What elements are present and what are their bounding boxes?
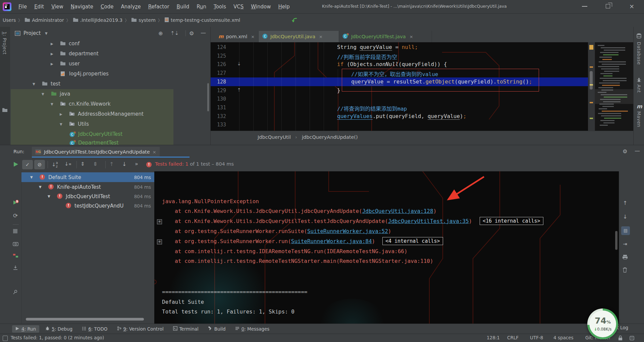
error-stripe-mark[interactable] bbox=[590, 102, 593, 103]
menu-file[interactable]: File bbox=[15, 4, 31, 10]
import-test-results-icon[interactable] bbox=[13, 265, 18, 272]
status-popup-icon[interactable] bbox=[3, 336, 8, 341]
next-failed-icon[interactable]: ↓ bbox=[122, 161, 126, 167]
tool-button-project[interactable]: 1: Project bbox=[2, 32, 7, 55]
editor-error-stripe[interactable] bbox=[588, 42, 595, 131]
menu-build[interactable]: Build bbox=[173, 4, 193, 10]
error-stripe-mark[interactable] bbox=[590, 118, 593, 119]
menu-code[interactable]: Code bbox=[97, 4, 117, 10]
tree-expanded-arrow-icon[interactable]: ▼ bbox=[42, 92, 44, 96]
menu-tools[interactable]: Tools bbox=[210, 4, 230, 10]
error-stripe-mark[interactable] bbox=[589, 45, 593, 50]
project-tree-item-log4j.properties[interactable]: log4j.properties bbox=[10, 69, 210, 78]
collapse-all-icon[interactable]: ⇡⇣ bbox=[170, 30, 179, 36]
tree-expanded-arrow-icon[interactable]: ▼ bbox=[48, 194, 50, 198]
project-tree-item-java[interactable]: ▼java bbox=[10, 90, 210, 98]
menu-analyze[interactable]: Analyze bbox=[117, 4, 145, 10]
console-view-toggle[interactable]: ▤ bbox=[621, 226, 630, 235]
run-tab[interactable]: NG JdbcQueryUtilTest.testJdbcQueryAndUpd… bbox=[32, 147, 160, 157]
breadcrumb-item[interactable]: temp-testng-customsuite.xml bbox=[164, 17, 240, 23]
project-tree-item-department[interactable]: ▶department bbox=[10, 49, 210, 58]
sort-by-duration-icon[interactable]: ↓≡ bbox=[64, 161, 71, 167]
printer-icon[interactable] bbox=[622, 254, 628, 261]
tree-collapsed-arrow-icon[interactable]: ▶ bbox=[51, 52, 53, 56]
gear-icon[interactable]: ⚙ bbox=[189, 30, 194, 37]
menu-navigate[interactable]: Navigate bbox=[67, 4, 97, 10]
sort-alphabetically-icon[interactable]: ↓az bbox=[52, 161, 58, 168]
tree-collapsed-arrow-icon[interactable]: ▶ bbox=[51, 42, 53, 46]
test-tree-item-default suite[interactable]: ▼!Default Suite804 ms bbox=[21, 172, 154, 182]
menu-window[interactable]: Window bbox=[247, 4, 274, 10]
editor-tab-JdbcQueryUtilTest-java[interactable]: CJdbcQueryUtilTest.java× bbox=[339, 31, 432, 42]
project-tree-item-cn.knife.wework[interactable]: ▼cn.Knife.Wework bbox=[10, 100, 210, 108]
code-editor[interactable]: 124String queryValue = null;125//判断当前字段是… bbox=[211, 42, 588, 131]
status-indent-size[interactable]: 4 spaces bbox=[553, 335, 574, 340]
ide-indicator-icon[interactable] bbox=[629, 335, 635, 342]
tree-expanded-arrow-icon[interactable]: ▼ bbox=[30, 175, 33, 179]
chevron-down-icon[interactable]: ▼ bbox=[45, 32, 48, 35]
tool-window-button-terminal[interactable]: Terminal bbox=[170, 325, 202, 333]
tool-button-ant[interactable]: Ant bbox=[636, 84, 642, 93]
close-icon[interactable]: × bbox=[410, 34, 413, 39]
menu-view[interactable]: View bbox=[48, 4, 67, 10]
editor-tab-JdbcQueryUtil-java[interactable]: CJdbcQueryUtil.java× bbox=[259, 31, 339, 42]
rerun-icon[interactable] bbox=[13, 161, 19, 169]
more-actions-icon[interactable]: » bbox=[135, 161, 138, 167]
show-ignored-toggle[interactable]: ⊘ bbox=[34, 160, 45, 169]
scroll-up-icon[interactable]: ↑ bbox=[623, 200, 627, 206]
tree-expanded-arrow-icon[interactable]: ▼ bbox=[60, 122, 62, 126]
minimap[interactable] bbox=[595, 42, 634, 131]
tree-expanded-arrow-icon[interactable]: ▼ bbox=[39, 185, 42, 189]
menu-help[interactable]: Help bbox=[274, 4, 293, 10]
project-tree-item-jdbcqueryutiltest[interactable]: CJdbcQueryUtilTest bbox=[10, 130, 210, 138]
breadcrumb-item[interactable]: Administrator bbox=[24, 17, 64, 23]
collapse-all-icon[interactable]: ⇳ bbox=[93, 161, 98, 167]
status-encoding[interactable]: UTF-8 bbox=[530, 335, 543, 340]
menu-vcs[interactable]: VCS bbox=[230, 4, 247, 10]
tool-window-button-0-messages[interactable]: 0: Messages bbox=[232, 325, 273, 333]
close-icon[interactable]: × bbox=[251, 34, 255, 39]
lock-icon[interactable] bbox=[618, 335, 623, 342]
show-passed-toggle[interactable]: ✓ bbox=[22, 160, 33, 169]
maven-icon[interactable]: m bbox=[637, 103, 642, 110]
tree-collapsed-arrow-icon[interactable]: ▶ bbox=[51, 62, 53, 66]
test-tree-item-jdbcqueryutiltest[interactable]: ▼!JdbcQueryUtilTest804 ms bbox=[21, 191, 154, 201]
tree-horizontal-scrollbar[interactable] bbox=[26, 318, 144, 321]
tree-expanded-arrow-icon[interactable]: ▼ bbox=[33, 82, 35, 86]
breadcrumb-method[interactable]: jdbcQueryAndUpdate() bbox=[302, 134, 358, 140]
previous-failed-icon[interactable]: ↑ bbox=[109, 161, 114, 167]
breadcrumb-item[interactable]: .IntelliJIdea2019.3 bbox=[73, 17, 123, 23]
scroll-down-icon[interactable]: ↓ bbox=[623, 214, 627, 220]
tree-collapsed-arrow-icon[interactable]: ▶ bbox=[60, 112, 62, 116]
gear-icon[interactable]: ⚙ bbox=[623, 148, 627, 155]
test-tree-item-testjdbcqueryandu[interactable]: !testJdbcQueryAndU804 ms bbox=[21, 201, 154, 211]
close-icon[interactable]: × bbox=[319, 34, 323, 39]
database-icon[interactable] bbox=[636, 33, 642, 40]
tool-window-button-4-run[interactable]: 4: Run bbox=[12, 325, 39, 333]
pin-icon[interactable] bbox=[13, 289, 18, 296]
rerun-failed-tests-icon[interactable]: 9 bbox=[13, 199, 19, 207]
expand-all-icon[interactable]: ⇕ bbox=[80, 161, 85, 167]
toggle-auto-test-icon[interactable]: ⟳ bbox=[13, 212, 18, 219]
export-icon[interactable]: ⇥ bbox=[623, 241, 627, 247]
menu-run[interactable]: Run bbox=[193, 4, 210, 10]
ant-icon[interactable] bbox=[636, 77, 642, 84]
project-tree-item-addressbookmanagement[interactable]: ▶AddressBookManagement bbox=[10, 110, 210, 118]
minimize-button[interactable] bbox=[582, 6, 587, 7]
tree-expanded-arrow-icon[interactable]: ▼ bbox=[51, 102, 53, 106]
hide-panel-icon[interactable]: — bbox=[201, 30, 206, 36]
tool-window-button-5-debug[interactable]: 5: Debug bbox=[42, 325, 76, 333]
editor-tab-pom-xml[interactable]: mpom.xml× bbox=[215, 31, 259, 42]
editor-scrollbar[interactable] bbox=[590, 71, 593, 90]
suspend-icon[interactable] bbox=[13, 229, 17, 233]
project-tree-item-conf[interactable]: ▶conf bbox=[10, 39, 210, 48]
tool-button-database[interactable]: Database bbox=[636, 42, 642, 65]
minimap-viewport[interactable] bbox=[595, 89, 634, 104]
project-tree-item-departmenttest[interactable]: CDepartmentTest bbox=[10, 138, 210, 145]
project-tree-item-user[interactable]: ▶user bbox=[10, 59, 210, 68]
folder-icon[interactable] bbox=[2, 107, 8, 114]
menu-refactor[interactable]: Refactor bbox=[145, 4, 173, 10]
menu-edit[interactable]: Edit bbox=[31, 4, 48, 10]
tool-window-button-build[interactable]: Build bbox=[205, 325, 229, 333]
screenshot-icon[interactable] bbox=[13, 241, 18, 247]
